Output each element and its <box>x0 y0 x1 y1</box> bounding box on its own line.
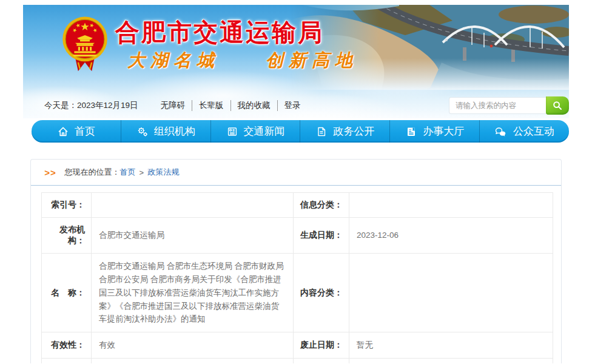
site-title: 合肥市交通运输局 <box>115 16 324 49</box>
field-label: 内容分类： <box>294 254 349 332</box>
info-table-wrap: 索引号： 信息分类： 发布机构： 合肥市交通运输局 生成日期： 2023-12-… <box>31 186 561 363</box>
table-row-doc-number: 文 号： 合交科技〔2023〕300号 关键词： 国三 柴油货车 <box>42 359 553 363</box>
chat-bubbles-icon <box>494 126 508 138</box>
field-label: 文 号： <box>42 359 92 363</box>
breadcrumb-arrow-icon: >> <box>44 167 56 178</box>
field-value: 合肥市交通运输局 <box>92 218 294 254</box>
table-row-title: 名 称： 合肥市交通运输局 合肥市生态环境局 合肥市财政局 合肥市公安局 合肥市… <box>42 254 553 332</box>
table-row-agency: 发布机构： 合肥市交通运输局 生成日期： 2023-12-06 <box>42 218 553 254</box>
nav-label: 首页 <box>75 124 95 138</box>
nav-item-traffic-news[interactable]: 交通新闻 <box>210 120 300 143</box>
favorites-link[interactable]: 我的收藏 <box>230 100 277 111</box>
search-input[interactable] <box>449 97 546 114</box>
field-label: 废止日期： <box>294 332 349 359</box>
field-label: 关键词： <box>294 359 349 363</box>
field-value: 合交科技〔2023〕300号 <box>92 359 294 363</box>
main-nav: 首页 组织机构 交通新闻 <box>32 120 569 143</box>
elder-version-link[interactable]: 长辈版 <box>192 100 230 111</box>
nav-item-gov-disclosure[interactable]: 政务公开 <box>300 120 389 143</box>
bridge-photo <box>290 5 569 90</box>
field-label: 发布机构： <box>42 218 92 254</box>
service-hall-icon <box>405 126 417 138</box>
nav-item-public-interaction[interactable]: 公众互动 <box>479 120 569 143</box>
field-label: 生成日期： <box>294 218 349 254</box>
field-value <box>349 254 553 332</box>
breadcrumb: >> 您现在的位置： 首页 > 政策法规 <box>31 160 561 186</box>
national-emblem-icon <box>61 15 109 75</box>
current-date: 今天是：2023年12月19日 <box>44 100 138 111</box>
field-label: 信息分类： <box>294 193 349 218</box>
field-value: 有效 <box>92 332 294 359</box>
nav-label: 公众互动 <box>513 124 554 138</box>
nav-label: 组织机构 <box>154 124 195 138</box>
field-value <box>92 193 294 218</box>
nav-label: 办事大厅 <box>423 124 464 138</box>
table-row-index: 索引号： 信息分类： <box>42 193 553 218</box>
nav-label: 交通新闻 <box>244 124 285 138</box>
nav-item-organization[interactable]: 组织机构 <box>121 120 210 143</box>
field-label: 名 称： <box>42 254 92 332</box>
field-value: 暂无 <box>349 332 553 359</box>
login-link[interactable]: 登录 <box>277 100 308 111</box>
document-icon <box>315 126 328 138</box>
gears-icon <box>136 126 149 138</box>
document-info-table: 索引号： 信息分类： 发布机构： 合肥市交通运输局 生成日期： 2023-12-… <box>41 192 553 363</box>
nav-item-home[interactable]: 首页 <box>32 120 121 143</box>
field-label: 索引号： <box>42 193 92 218</box>
content-panel: >> 您现在的位置： 首页 > 政策法规 索引号： 信息分类： 发布机构： 合肥… <box>30 159 562 363</box>
field-value: 国三 柴油货车 <box>349 359 553 363</box>
site-subtitle: 大湖名城 创新高地 <box>127 49 358 73</box>
nav-item-service-hall[interactable]: 办事大厅 <box>389 120 479 143</box>
breadcrumb-current-link[interactable]: 政策法规 <box>147 167 179 178</box>
table-row-validity: 有效性： 有效 废止日期： 暂无 <box>42 332 553 359</box>
field-value: 合肥市交通运输局 合肥市生态环境局 合肥市财政局 合肥市公安局 合肥市商务局关于… <box>92 254 294 332</box>
search-button[interactable] <box>546 96 569 115</box>
field-value: 2023-12-06 <box>349 218 553 254</box>
quick-links: 无障碍 长辈版 我的收藏 登录 <box>154 100 308 111</box>
breadcrumb-home-link[interactable]: 首页 <box>120 167 136 178</box>
page: 合肥市交通运输局 大湖名城 创新高地 今天是：2023年12月19日 无障碍 长… <box>23 5 569 363</box>
breadcrumb-prefix: 您现在的位置： <box>65 167 120 178</box>
newspaper-icon <box>226 126 238 138</box>
search-icon <box>552 100 563 111</box>
home-icon <box>57 126 69 138</box>
field-value <box>349 193 553 218</box>
breadcrumb-separator: > <box>140 168 144 177</box>
site-banner: 合肥市交通运输局 大湖名城 创新高地 今天是：2023年12月19日 无障碍 长… <box>23 5 569 118</box>
nav-label: 政务公开 <box>333 124 374 138</box>
field-label: 有效性： <box>42 332 92 359</box>
accessibility-link[interactable]: 无障碍 <box>154 100 192 111</box>
search-box <box>449 96 569 115</box>
topbar: 今天是：2023年12月19日 无障碍 长辈版 我的收藏 登录 <box>23 95 569 116</box>
